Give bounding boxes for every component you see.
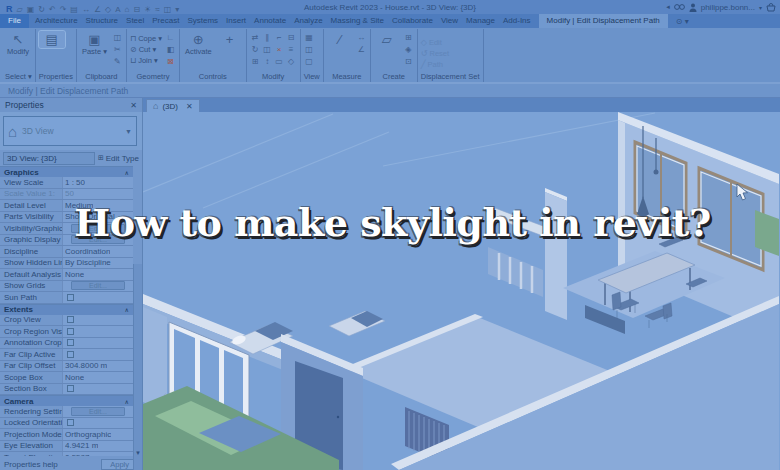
- scope-box-value[interactable]: None: [65, 373, 84, 382]
- instance-selector[interactable]: 3D View: {3D}: [3, 152, 95, 165]
- show-hidden-lin-value[interactable]: By Discipline: [65, 258, 111, 267]
- isolate-icon[interactable]: ◫: [304, 44, 315, 56]
- search-icon[interactable]: [674, 3, 685, 11]
- dimension-icon[interactable]: ↔: [356, 32, 367, 44]
- rendering-settings-edit-button[interactable]: Edit...: [71, 407, 125, 416]
- section-icon[interactable]: ⊟: [131, 5, 142, 14]
- parts-visibility-value[interactable]: Show Original: [65, 212, 115, 221]
- graphic-display-edit-button[interactable]: Edit...: [71, 235, 125, 244]
- ribbon-tab-systems[interactable]: Systems: [183, 14, 222, 28]
- drawing-area[interactable]: [143, 112, 780, 470]
- modify-tool-button[interactable]: ↖Modify: [5, 31, 31, 57]
- app-store-icon[interactable]: [766, 3, 776, 12]
- delete-icon[interactable]: ×: [274, 44, 285, 56]
- collapse-section-icon[interactable]: ∧: [125, 398, 129, 405]
- crop-view-checkbox[interactable]: [67, 316, 74, 323]
- edit-type-button[interactable]: ⊞ Edit Type: [98, 154, 139, 163]
- user-dropdown-icon[interactable]: ▾: [759, 4, 762, 11]
- undo-icon[interactable]: ↶: [47, 5, 58, 14]
- scale-value-1-value[interactable]: 50: [65, 189, 74, 198]
- aligned-dimension-icon[interactable]: ∠: [92, 5, 103, 14]
- type-selector[interactable]: ⌂ 3D View ▼: [3, 116, 137, 146]
- reset-displacement-button[interactable]: ↺Reset: [421, 48, 449, 58]
- text-note-icon[interactable]: A: [113, 5, 122, 14]
- ribbon-tab-collaborate[interactable]: Collaborate: [388, 14, 437, 28]
- locked-orientati-checkbox[interactable]: [67, 419, 74, 426]
- save-icon[interactable]: ▣: [25, 5, 37, 14]
- split-icon[interactable]: ⊟: [286, 32, 297, 44]
- ribbon-tab-view[interactable]: View: [437, 14, 462, 28]
- redo-icon[interactable]: ↷: [58, 5, 69, 14]
- copy-to-clipboard-icon[interactable]: ◫: [112, 32, 123, 44]
- ribbon-tab-add-ins[interactable]: Add-Ins: [499, 14, 535, 28]
- measure-tool-button[interactable]: ∕: [327, 31, 353, 48]
- path-displacement-button[interactable]: ╱Path: [421, 59, 449, 69]
- array-icon[interactable]: ⊞: [250, 56, 261, 68]
- ribbon-tab-insert[interactable]: Insert: [222, 14, 250, 28]
- cut-geometry-button[interactable]: ⊘Cut ▾: [130, 44, 162, 54]
- activate-controls-button[interactable]: ⊕Activate: [183, 31, 214, 57]
- pin-icon[interactable]: ≡: [286, 44, 297, 56]
- create-similar-icon[interactable]: ◈: [403, 44, 414, 56]
- annotation-crop-checkbox[interactable]: [67, 339, 74, 346]
- section-box-checkbox[interactable]: [67, 385, 74, 392]
- move-displacement-button[interactable]: +: [217, 31, 243, 48]
- trim-icon[interactable]: ⌐: [274, 32, 285, 44]
- unpin-icon[interactable]: ◇: [286, 56, 297, 68]
- customize-qat-icon[interactable]: ▾: [173, 5, 181, 14]
- far-clip-offset-value[interactable]: 304.8000 m: [65, 361, 107, 370]
- thin-lines-icon[interactable]: ≈: [153, 5, 161, 14]
- hide-elements-icon[interactable]: ▦: [304, 32, 315, 44]
- revit-app-icon[interactable]: R: [4, 4, 15, 14]
- rotate-icon[interactable]: ↻: [250, 44, 261, 56]
- reveal-hidden-icon[interactable]: ▢: [304, 56, 315, 68]
- view-tab-3d[interactable]: ⌂ (3D) ✕: [146, 99, 200, 112]
- default-analysis-value[interactable]: None: [65, 270, 84, 279]
- collapse-section-icon[interactable]: ∧: [125, 169, 129, 176]
- switch-windows-icon[interactable]: ◫: [162, 5, 174, 14]
- detail-level-value[interactable]: Medium: [65, 201, 93, 210]
- ribbon-tab-analyze[interactable]: Analyze: [290, 14, 326, 28]
- match-type-icon[interactable]: ✎: [112, 56, 123, 68]
- collapse-section-icon[interactable]: ∧: [125, 306, 129, 313]
- close-view-tab-icon[interactable]: ✕: [186, 102, 193, 111]
- create-displacement-set-button[interactable]: ▱: [374, 31, 400, 48]
- back-arrow-icon[interactable]: ◂: [666, 3, 670, 11]
- close-properties-icon[interactable]: ✕: [130, 101, 137, 110]
- user-account-icon[interactable]: [689, 3, 697, 12]
- ribbon-tab-manage[interactable]: Manage: [462, 14, 499, 28]
- contextual-tab-modify-edit-displacement-path[interactable]: Modify | Edit Displacement Path: [539, 14, 668, 28]
- view-scale-value[interactable]: 1 : 50: [65, 178, 85, 187]
- properties-toggle-button[interactable]: ▤: [39, 31, 65, 48]
- offset-icon[interactable]: ∥: [262, 32, 273, 44]
- ribbon-tab-massing-site[interactable]: Massing & Site: [327, 14, 388, 28]
- edit-displacement-button[interactable]: ◇Edit: [421, 37, 449, 47]
- cut-to-clipboard-icon[interactable]: ✂: [112, 44, 123, 56]
- section-header-extents[interactable]: Extents∧: [0, 304, 133, 315]
- demolish-icon[interactable]: ⊠: [165, 56, 176, 68]
- print-icon[interactable]: ▤: [68, 5, 80, 14]
- create-assembly-icon[interactable]: ⊡: [403, 56, 414, 68]
- section-header-camera[interactable]: Camera∧: [0, 395, 133, 406]
- scale-icon[interactable]: ▭: [274, 56, 285, 68]
- paste-button[interactable]: ▣Paste ▾: [80, 31, 109, 57]
- crop-region-visi-checkbox[interactable]: [67, 328, 74, 335]
- sun-study-icon[interactable]: ☀: [142, 5, 153, 14]
- show-grids-edit-button[interactable]: Edit...: [71, 281, 125, 290]
- properties-scrollbar[interactable]: ▼: [133, 264, 142, 470]
- far-clip-active-checkbox[interactable]: [67, 351, 74, 358]
- wall-joins-icon[interactable]: ∟: [165, 32, 176, 44]
- copy-icon[interactable]: ◫: [262, 44, 273, 56]
- scroll-down-icon[interactable]: ▼: [134, 450, 142, 456]
- properties-help-link[interactable]: Properties help: [4, 460, 58, 469]
- type-selector-dropdown-icon[interactable]: ▼: [125, 128, 132, 135]
- move-icon[interactable]: ↕: [262, 56, 273, 68]
- user-name[interactable]: philippe.bonn...: [701, 3, 755, 12]
- paint-icon[interactable]: ◧: [165, 44, 176, 56]
- visibility-graphic-edit-button[interactable]: Edit...: [71, 224, 125, 233]
- properties-palette-header[interactable]: Properties ✕: [0, 98, 142, 112]
- discipline-value[interactable]: Coordination: [65, 247, 110, 256]
- ribbon-tab-annotate[interactable]: Annotate: [250, 14, 290, 28]
- create-group-icon[interactable]: ⊞: [403, 32, 414, 44]
- open-icon[interactable]: ▱: [15, 5, 25, 14]
